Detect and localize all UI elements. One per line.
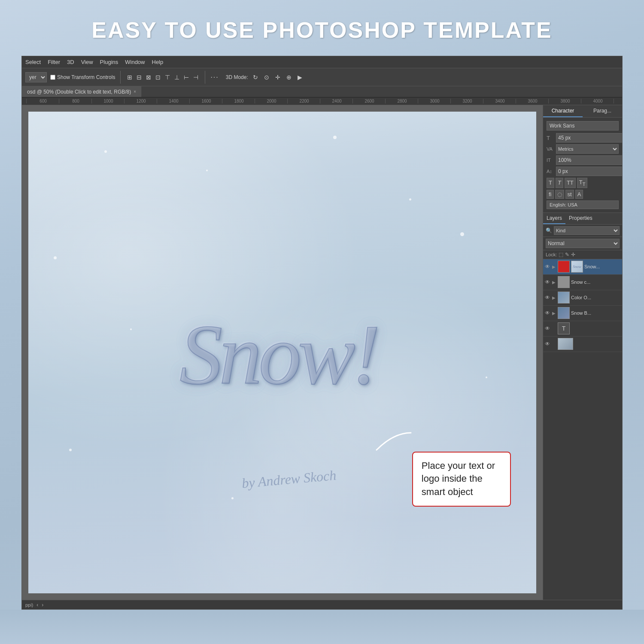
callout-box: Place your text or logo inside the smart… (412, 452, 511, 507)
layer-name-color-o: Color O... (571, 295, 620, 300)
baseline-input[interactable] (556, 167, 622, 176)
align-center-icon[interactable]: ⊟ (135, 73, 143, 82)
align-top-icon[interactable]: ⊤ (164, 73, 171, 82)
scroll-left-arrow[interactable]: ‹ (36, 602, 38, 608)
right-panel: Character Parag... Work Sans T (543, 105, 622, 600)
layer-select[interactable]: yer (25, 72, 47, 82)
metrics-select[interactable]: Metrics (556, 144, 619, 154)
oldstyle-btn[interactable]: ◌ (555, 190, 564, 199)
layer-item-bg[interactable]: 👁 (543, 337, 622, 352)
layer-expand-arrow-4[interactable]: ▶ (552, 311, 556, 316)
type-style-buttons: T T TT TT (547, 178, 619, 188)
tab-layers[interactable]: Layers (543, 213, 565, 224)
menu-view[interactable]: View (81, 59, 93, 65)
transform-controls-text: Show Transform Controls (57, 74, 115, 80)
tab-paragraph[interactable]: Parag... (583, 105, 622, 117)
layer-item-snow-c[interactable]: 👁 ▶ Snow c... (543, 275, 622, 290)
lock-label: Lock: (546, 252, 557, 257)
tab-bar: osd @ 50% (Double Click to edit text, RG… (22, 86, 622, 97)
lock-position-icon[interactable]: ✎ (565, 252, 569, 258)
font-size-icon: T (547, 135, 554, 141)
menu-select[interactable]: Select (25, 59, 41, 65)
layer-visibility-eye-5[interactable]: 👁 (545, 325, 551, 331)
menu-window[interactable]: Window (125, 59, 145, 65)
toolbar-more[interactable]: ··· (210, 73, 219, 81)
ruler-content: 600 800 1000 1200 1400 1600 1800 2000 22… (26, 99, 622, 103)
layer-item-color-o[interactable]: 👁 ▶ Color O... (543, 290, 622, 306)
font-name-display: Work Sans (547, 121, 619, 131)
ruler-mark-2400: 2400 (320, 99, 352, 103)
bold-btn[interactable]: T (547, 178, 554, 188)
blend-mode-select[interactable]: Normal (546, 239, 620, 248)
vertical-scale-input[interactable] (556, 155, 622, 165)
character-panel: Work Sans T VA Metrics (543, 118, 622, 213)
allcaps-btn[interactable]: TT (565, 178, 576, 188)
3d-camera-icon[interactable]: ▶ (296, 73, 304, 82)
layer-item-text[interactable]: 👁 T (543, 321, 622, 337)
distribute-icon[interactable]: ⊡ (154, 73, 162, 82)
text-layer-icon: T (562, 325, 566, 332)
3d-rotate-icon[interactable]: ↻ (252, 73, 259, 82)
menu-3d[interactable]: 3D (67, 59, 74, 65)
3d-move-icon[interactable]: ✛ (274, 73, 282, 82)
layer-item-snow-selected[interactable]: 👁 ▶ Snow Snow... (543, 259, 622, 275)
ruler-mark-1400: 1400 (157, 99, 189, 103)
layer-visibility-eye-4[interactable]: 👁 (545, 310, 551, 316)
italic-btn[interactable]: T (556, 178, 563, 188)
ruler-mark-2800: 2800 (385, 99, 418, 103)
tab-close-button[interactable]: × (134, 89, 136, 94)
3d-orbit-icon[interactable]: ⊕ (285, 73, 293, 82)
kerning-icon: VA (547, 146, 554, 152)
snowflake (206, 170, 208, 171)
scroll-right-arrow[interactable]: › (42, 602, 43, 608)
search-icon: 🔍 (546, 228, 552, 234)
canvas-tab[interactable]: osd @ 50% (Double Click to edit text, RG… (22, 86, 142, 97)
snow-text-container: Snow! (179, 305, 377, 404)
layer-visibility-eye[interactable]: 👁 (545, 264, 551, 270)
3d-pan-icon[interactable]: ⊙ (263, 73, 270, 82)
layers-panel-tabs: Layers Properties (543, 213, 622, 225)
bottom-status-bar: ppi) ‹ › (22, 600, 622, 609)
layer-visibility-eye-3[interactable]: 👁 (545, 295, 551, 301)
layer-expand-arrow-2[interactable]: ▶ (552, 280, 556, 285)
toolbar-sep-1 (120, 71, 121, 84)
menu-filter[interactable]: Filter (48, 59, 60, 65)
layer-visibility-eye-2[interactable]: 👁 (545, 279, 551, 285)
align-bottom-icon[interactable]: ⊢ (182, 73, 190, 82)
ligature-btn[interactable]: fi (547, 190, 554, 199)
transform-controls-checkbox[interactable] (50, 75, 55, 80)
align-mid-icon[interactable]: ⊥ (173, 73, 181, 82)
tab-character[interactable]: Character (543, 105, 583, 117)
subscript-btn[interactable]: A (575, 190, 583, 199)
snow-canvas: Snow! by Andrew Skoch Place your text or… (28, 112, 536, 593)
superscript-btn[interactable]: st (565, 190, 574, 199)
lock-pixels-icon[interactable]: ⬚ (559, 252, 563, 258)
smallcaps-btn[interactable]: TT (577, 178, 588, 188)
font-size-input[interactable] (556, 133, 622, 143)
ruler-mark-1800: 1800 (222, 99, 255, 103)
type-style-buttons-2: fi ◌ st A (547, 190, 619, 199)
layer-item-snow-b[interactable]: 👁 ▶ Snow B... (543, 306, 622, 321)
transform-controls-label[interactable]: Show Transform Controls (50, 74, 115, 80)
layer-filter-select[interactable]: Kind (554, 226, 620, 235)
language-selector[interactable]: English: USA (547, 200, 619, 209)
layer-expand-arrow[interactable]: ▶ (552, 264, 556, 269)
lock-all-icon[interactable]: ✛ (571, 252, 575, 258)
layer-thumb-text: T (558, 322, 570, 334)
ruler-mark-3600: 3600 (516, 99, 548, 103)
layer-expand-arrow-3[interactable]: ▶ (552, 295, 556, 300)
layer-name-snow-b: Snow B... (571, 310, 620, 316)
ruler-mark-4000: 4000 (581, 99, 614, 103)
align-right-icon[interactable]: ⊠ (145, 73, 152, 82)
layer-visibility-eye-6[interactable]: 👁 (545, 341, 551, 347)
toolbar: yer Show Transform Controls ⊞ ⊟ ⊠ ⊡ ⊤ ⊥ … (22, 68, 622, 86)
menu-plugins[interactable]: Plugins (100, 59, 118, 65)
align-left-icon[interactable]: ⊞ (126, 73, 134, 82)
canvas-area[interactable]: Snow! by Andrew Skoch Place your text or… (22, 105, 543, 600)
baseline-row: A↕ (547, 167, 619, 176)
layers-list: 👁 ▶ Snow Snow... 👁 ▶ Snow c... (543, 259, 622, 600)
more-align-icon[interactable]: ⊣ (192, 73, 200, 82)
tab-properties[interactable]: Properties (565, 213, 596, 224)
toolbar-align-icons: ⊞ ⊟ ⊠ ⊡ ⊤ ⊥ ⊢ ⊣ (126, 73, 200, 82)
menu-help[interactable]: Help (152, 59, 164, 65)
